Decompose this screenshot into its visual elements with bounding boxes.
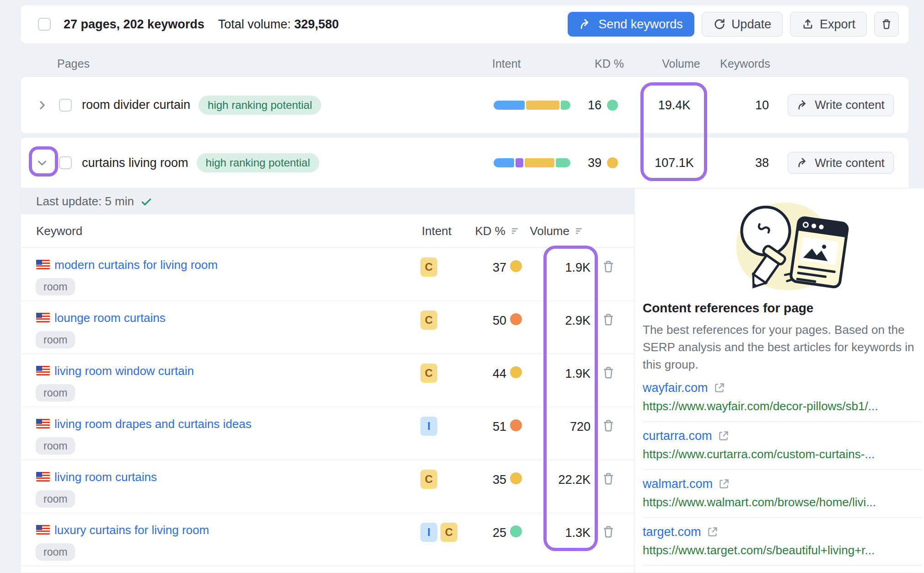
intent-badge-informational: I <box>420 417 437 436</box>
volume-value: 2.9K <box>526 314 591 328</box>
total-volume-value: 329,580 <box>294 17 339 31</box>
reference-item: curtarra.com https://www.curtarra.com/cu… <box>643 422 922 470</box>
us-flag-icon <box>36 366 50 375</box>
send-keywords-label: Send keywords <box>598 17 683 32</box>
page-title: curtains living room <box>82 156 188 170</box>
refresh-icon <box>713 18 726 31</box>
export-icon <box>801 18 814 31</box>
column-header-kd: KD % <box>586 56 624 71</box>
ranking-potential-badge: high ranking potential <box>199 96 321 115</box>
lightbulb-pencil-illustration <box>714 194 851 294</box>
keywords-count: 10 <box>734 98 769 112</box>
kd-dot <box>607 100 618 111</box>
keyword-link[interactable]: living room curtains <box>54 470 157 484</box>
page-row-room-divider-curtain: room divider curtain high ranking potent… <box>20 76 909 134</box>
reference-link[interactable]: curtarra.com <box>643 429 922 443</box>
trash-icon[interactable] <box>601 418 616 434</box>
us-flag-icon <box>36 313 50 322</box>
toolbar-buttons: Send keywords Update Export <box>568 12 899 37</box>
reference-url[interactable]: https://www.walmart.com/browse/home/livi… <box>643 495 922 509</box>
keywords-subtable: Last update: 5 min Keyword Intent KD % V… <box>21 188 634 573</box>
intent-badge-commercial: C <box>420 311 437 330</box>
reference-url[interactable]: https://www.wayfair.com/decor-pillows/sb… <box>643 399 922 413</box>
trash-icon[interactable] <box>601 365 616 380</box>
send-keywords-button[interactable]: Send keywords <box>568 12 694 37</box>
expand-chevron-right-icon[interactable] <box>34 97 50 113</box>
keyword-tag: room <box>36 543 75 561</box>
keyword-link[interactable]: living room drapes and curtains ideas <box>54 417 252 431</box>
check-icon <box>140 196 152 208</box>
collapse-chevron-down-icon[interactable] <box>34 155 50 171</box>
kd-value: 51 <box>442 420 506 434</box>
volume-value: 107.1K <box>647 156 702 170</box>
keyword-row: luxury curtains for living room room I C… <box>21 513 634 566</box>
kd-value: 25 <box>442 526 506 540</box>
trash-icon[interactable] <box>601 471 616 487</box>
delete-button[interactable] <box>874 12 899 37</box>
keyword-row: lounge room curtains room C 50 2.9K <box>21 301 634 354</box>
kd-dot <box>510 525 522 537</box>
external-link-icon <box>714 382 725 394</box>
volume-value: 22.2K <box>526 473 591 487</box>
subtable-header: Keyword Intent KD % Volume <box>21 214 634 248</box>
reference-url[interactable]: https://www.target.com/s/beautiful+livin… <box>643 543 922 557</box>
reference-link[interactable]: walmart.com <box>643 477 922 491</box>
trash-icon <box>880 18 893 31</box>
keyword-tag: room <box>36 278 75 295</box>
trash-icon[interactable] <box>601 312 616 327</box>
subcolumn-header-intent: Intent <box>422 224 451 238</box>
keyword-tag: room <box>36 437 75 455</box>
forward-arrow-icon <box>797 156 810 169</box>
keyword-row: living room curtains room C 35 22.2K <box>21 460 634 513</box>
keyword-row: living room drapes and curtains ideas ro… <box>21 407 634 460</box>
kd-dot <box>510 472 522 484</box>
intent-badge-commercial: C <box>420 364 437 383</box>
column-header-pages: Pages <box>57 56 90 71</box>
kd-value: 44 <box>442 367 506 381</box>
kd-value: 37 <box>442 261 506 275</box>
kd-value: 50 <box>442 314 506 328</box>
update-button[interactable]: Update <box>702 12 783 37</box>
write-content-button[interactable]: Write content <box>788 94 894 116</box>
reference-link[interactable]: wayfair.com <box>643 381 922 395</box>
references-description: The best references for your pages. Base… <box>643 321 922 374</box>
subcolumn-header-volume[interactable]: Volume <box>524 214 585 247</box>
sort-icon <box>510 225 521 236</box>
write-content-button[interactable]: Write content <box>788 152 894 174</box>
column-header-volume: Volume <box>660 56 702 71</box>
keyword-link[interactable]: modern curtains for living room <box>54 258 218 272</box>
subcolumn-header-kd[interactable]: KD % <box>460 214 521 247</box>
trash-icon[interactable] <box>601 524 616 540</box>
intent-badge-commercial: C <box>420 470 437 489</box>
export-button[interactable]: Export <box>790 12 867 37</box>
keyword-link[interactable]: living room window curtain <box>54 364 194 378</box>
intent-badges: C <box>420 311 437 330</box>
write-content-label: Write content <box>815 98 885 112</box>
last-update-label: Last update: 5 min <box>36 194 134 209</box>
volume-value: 19.4K <box>647 98 702 112</box>
last-update-bar: Last update: 5 min <box>21 188 634 214</box>
kd-dot <box>510 366 522 378</box>
select-all-checkbox[interactable] <box>38 18 51 31</box>
keyword-link[interactable]: lounge room curtains <box>54 311 166 325</box>
row-checkbox[interactable] <box>59 156 72 169</box>
reference-link[interactable]: target.com <box>643 525 922 539</box>
external-link-icon <box>718 478 730 490</box>
reference-url[interactable]: https://www.curtarra.com/custom-curtains… <box>643 447 922 461</box>
trash-icon[interactable] <box>601 259 616 274</box>
intent-badges: C <box>420 470 437 489</box>
intent-badges: C <box>420 257 437 277</box>
export-label: Export <box>820 17 855 32</box>
forward-arrow-icon <box>579 17 593 31</box>
sort-icon <box>574 225 585 236</box>
intent-badges: I <box>420 417 437 436</box>
pages-keywords-summary: 27 pages, 202 keywords <box>64 17 204 32</box>
intent-badge-informational: I <box>420 523 437 542</box>
us-flag-icon <box>36 419 50 428</box>
keyword-link[interactable]: luxury curtains for living room <box>54 523 209 537</box>
page-title: room divider curtain <box>82 98 190 112</box>
keyword-row: living room window curtain room C 44 1.9… <box>21 354 634 407</box>
kd-dot <box>510 419 522 431</box>
forward-arrow-icon <box>797 99 810 112</box>
row-checkbox[interactable] <box>59 99 72 112</box>
